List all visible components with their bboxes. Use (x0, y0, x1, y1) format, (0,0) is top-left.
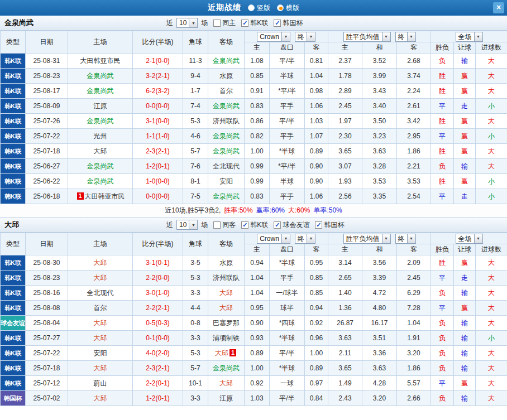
close-button[interactable]: × (493, 2, 504, 13)
layout-radio-vertical[interactable]: 竖版 (248, 3, 270, 13)
match-score: 4-0(2-0) (133, 346, 183, 361)
handicap-value: 一球 (270, 376, 305, 391)
match-score: 0-5(0-3) (133, 316, 183, 331)
chevron-down-icon: ▼ (474, 32, 482, 41)
odds-value: 16.17 (362, 316, 397, 331)
checkbox-icon[interactable]: ✓ (274, 20, 281, 27)
checkbox-韩国杯[interactable]: ✓韩国杯 (274, 18, 303, 28)
checkbox-icon[interactable] (213, 20, 221, 27)
match-row[interactable]: 韩K联25-06-22金泉尚武1-0(0-0)8-1安阳0.99半球0.901.… (1, 174, 507, 189)
sub-column-header: 主 (328, 244, 362, 255)
column-header: 主场 (68, 31, 133, 54)
odds-time-dropdown[interactable]: 终▼ (295, 32, 315, 42)
layout-radio-horizontal[interactable]: 横版 (277, 3, 299, 13)
home-team-name: 金泉尚武 (87, 87, 114, 95)
match-row[interactable]: 韩K联25-08-16全北现代3-0(1-0)3-3大邱1.04一/球半0.85… (1, 286, 507, 301)
away-team: 大邱 (208, 376, 245, 391)
checkbox-同客[interactable]: 同客 (213, 220, 236, 230)
match-row[interactable]: 韩K联25-06-181大田韩亚市民0-0(0-0)7-5金泉尚武0.83平手1… (1, 189, 507, 204)
checkbox-icon[interactable]: ✓ (241, 221, 248, 229)
home-team: 金泉尚武 (68, 114, 133, 129)
panel-title: 近期战绩 (208, 3, 241, 13)
scope-dropdown[interactable]: 全场▼ (456, 32, 483, 42)
match-row[interactable]: 韩K联25-07-18大邱2-3(2-1)5-7金泉尚武1.00*半球0.893… (1, 144, 507, 159)
checkbox-icon[interactable]: ✓ (274, 221, 281, 229)
match-row[interactable]: 球会友谊25-08-04大邱0-5(0-3)0-8巴塞罗那0.90*四球0.92… (1, 316, 507, 331)
match-date: 25-06-18 (26, 189, 68, 204)
result-goals: 小 (476, 189, 507, 204)
checkbox-韩K联[interactable]: ✓韩K联 (241, 18, 268, 28)
match-row[interactable]: 韩K联25-08-09江原0-0(0-0)7-4金泉尚武0.83平手1.062.… (1, 99, 507, 114)
corner-count: 10-1 (183, 376, 208, 391)
match-row[interactable]: 韩国杯25-07-02大邱1-2(0-1)3-3江原1.03平/半0.842.4… (1, 391, 507, 406)
match-row[interactable]: 韩K联25-07-18大邱2-3(2-1)5-7金泉尚武1.00*半球0.893… (1, 361, 507, 376)
away-team: 大邱 (208, 301, 245, 316)
checkbox-label: 韩国杯 (283, 18, 303, 28)
odds-value: 3.63 (362, 361, 397, 376)
match-row[interactable]: 韩K联25-06-27金泉尚武1-2(0-1)7-6全北现代0.99*平/半0.… (1, 159, 507, 174)
scope-dropdown[interactable]: 全场▼ (456, 234, 483, 244)
handicap-value: 平手 (270, 189, 305, 204)
result-outcome: 胜 (431, 255, 454, 271)
radio-selected-icon[interactable] (277, 4, 284, 11)
result-outcome: 胜 (431, 114, 454, 129)
checkbox-韩国杯[interactable]: ✓韩国杯 (315, 220, 344, 230)
match-row[interactable]: 韩K联25-07-22光州1-1(1-0)4-6金泉尚武0.82平手1.072.… (1, 129, 507, 144)
home-team-name: 光州 (94, 132, 107, 140)
result-handicap: 输 (454, 54, 476, 69)
avg-time-dropdown[interactable]: 终▼ (395, 32, 416, 42)
match-date: 25-08-09 (26, 99, 68, 114)
checkbox-label: 同客 (222, 220, 236, 230)
odds-value: 0.90 (305, 159, 328, 174)
sub-column-header: 客 (397, 244, 431, 255)
odds-value: 7.28 (397, 301, 431, 316)
match-row[interactable]: 韩K联25-08-23金泉尚武3-2(2-1)9-4水原0.85半球1.041.… (1, 69, 507, 84)
bookmaker-dropdown[interactable]: Crown▼ (257, 234, 290, 244)
match-row[interactable]: 韩K联25-08-23大邱2-2(0-0)5-3济州联队1.04平手0.852.… (1, 271, 507, 286)
match-row[interactable]: 韩K联25-08-08首尔2-2(2-1)4-4大邱0.95球半0.941.36… (1, 301, 507, 316)
match-row[interactable]: 韩K联25-08-31大田韩亚市民2-1(0-0)11-3金泉尚武1.08平/半… (1, 54, 507, 69)
away-team: 大邱 (208, 286, 245, 301)
results-table: 类型日期主场比分(半场)角球客场Crown▼终▼胜平负均值▼终▼全场▼主盘口客主… (0, 31, 507, 204)
odds-time-dropdown[interactable]: 终▼ (295, 234, 315, 244)
match-count-dropdown[interactable]: 10▼ (176, 18, 198, 28)
match-score: 2-2(2-1) (133, 301, 183, 316)
avg-dropdown[interactable]: 胜平负均值▼ (343, 32, 391, 42)
games-label: 场 (201, 18, 208, 28)
match-row[interactable]: 韩K联25-07-27大邱0-1(0-0)3-3浦项制铁0.93*半球0.963… (1, 331, 507, 346)
match-row[interactable]: 韩K联25-07-22安阳4-0(2-0)5-3大邱10.89平/半1.002.… (1, 346, 507, 361)
result-handicap: 赢 (454, 376, 476, 391)
avg-dropdown[interactable]: 胜平负均值▼ (343, 234, 391, 244)
checkbox-同主[interactable]: 同主 (213, 18, 236, 28)
match-row[interactable]: 韩K联25-08-30大邱3-1(0-1)3-5水原0.94*半球0.953.1… (1, 255, 507, 271)
bookmaker-dropdown-value: Crown (257, 234, 281, 243)
sub-column-header: 和 (362, 244, 397, 255)
home-team: 1大田韩亚市民 (68, 189, 133, 204)
odds-value: 3.65 (328, 144, 362, 159)
away-team-name: 金泉尚武 (213, 102, 240, 110)
avg-time-dropdown[interactable]: 终▼ (395, 234, 416, 244)
result-handicap: 赢 (454, 129, 476, 144)
chevron-down-icon: ▼ (307, 32, 315, 41)
column-header: 日期 (26, 233, 68, 255)
checkbox-icon[interactable]: ✓ (315, 221, 322, 229)
checkbox-icon[interactable] (213, 221, 221, 229)
away-team-name: 金泉尚武 (213, 192, 240, 200)
odds-value: 1.86 (397, 361, 431, 376)
column-header: 类型 (1, 233, 26, 255)
home-team: 金泉尚武 (68, 84, 133, 99)
odds-value: 0.84 (305, 391, 328, 406)
match-row[interactable]: 韩K联25-07-12蔚山2-2(0-1)10-1大邱0.92一球0.971.4… (1, 376, 507, 391)
odds-value: 1.03 (305, 114, 328, 129)
corner-count: 5-7 (183, 144, 208, 159)
checkbox-球会友谊[interactable]: ✓球会友谊 (274, 220, 309, 230)
match-count-dropdown[interactable]: 10▼ (176, 220, 198, 230)
match-row[interactable]: 韩K联25-07-26金泉尚武3-1(0-0)5-3济州联队0.86平/半1.0… (1, 114, 507, 129)
radio-unselected-icon[interactable] (248, 4, 255, 11)
checkbox-韩K联[interactable]: ✓韩K联 (241, 220, 268, 230)
checkbox-icon[interactable]: ✓ (241, 20, 248, 27)
summary-part: 单率:50% (313, 206, 342, 215)
sub-column-header: 和 (362, 42, 397, 54)
bookmaker-dropdown[interactable]: Crown▼ (257, 32, 290, 42)
match-row[interactable]: 韩K联25-08-17金泉尚武6-2(3-2)1-7首尔0.91*平/半0.98… (1, 84, 507, 99)
